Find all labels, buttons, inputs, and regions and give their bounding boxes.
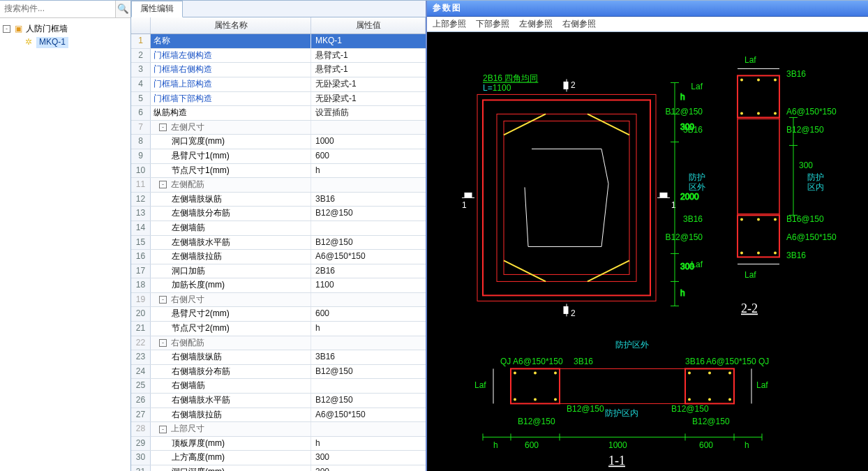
row-value[interactable]: 3B16 xyxy=(311,350,426,364)
grid-row[interactable]: 4门框墙上部构造无卧梁式-1 xyxy=(131,77,426,92)
row-value[interactable]: A6@150*150 xyxy=(311,250,426,264)
diagram-tab[interactable]: 上部参照 xyxy=(433,19,466,30)
svg-rect-34 xyxy=(738,76,779,118)
grid-row[interactable]: 18加筋长度(mm)1100 xyxy=(131,278,426,293)
collapse-icon[interactable]: - xyxy=(159,296,167,304)
grid-row[interactable]: 16左侧墙肢拉筋A6@150*150 xyxy=(131,250,426,264)
grid-row[interactable]: 2门框墙左侧构造悬臂式-1 xyxy=(131,49,426,63)
grid-row[interactable]: 24右侧墙肢分布筋B12@150 xyxy=(131,365,426,380)
svg-point-46 xyxy=(774,112,777,115)
svg-point-84 xyxy=(514,372,516,375)
row-value[interactable]: 设置插筋 xyxy=(311,106,426,120)
grid-row[interactable]: 15左侧墙肢水平筋B12@150 xyxy=(131,236,426,251)
grid-row[interactable]: 11-左侧配筋 xyxy=(131,178,426,193)
row-name: 洞口深度(mm) xyxy=(172,467,225,471)
row-number: 17 xyxy=(131,264,151,278)
row-value[interactable]: B12@150 xyxy=(311,236,426,250)
grid-row[interactable]: 30上方高度(mm)300 xyxy=(131,451,426,465)
row-value[interactable]: 无卧梁式-1 xyxy=(311,92,426,106)
row-name-cell: 悬臂尺寸1(mm) xyxy=(151,149,311,163)
grid-row[interactable]: 27右侧墙肢拉筋A6@150*150 xyxy=(131,408,426,423)
diagram-canvas[interactable]: 1 1 2 2 2B16 四角均同 L=1100 h 300 2000 xyxy=(427,32,868,471)
diagram-tab[interactable]: 下部参照 xyxy=(476,19,509,30)
row-value[interactable]: MKQ-1 xyxy=(311,34,426,48)
grid-row[interactable]: 13左侧墙肢分布筋B12@150 xyxy=(131,207,426,221)
grid-row[interactable]: 7-左侧尺寸 xyxy=(131,121,426,135)
row-name[interactable]: 门框墙上部构造 xyxy=(154,79,212,90)
svg-text:Laf: Laf xyxy=(474,381,486,391)
svg-text:Laf: Laf xyxy=(691,82,703,92)
row-value[interactable] xyxy=(311,178,426,192)
row-value[interactable]: h xyxy=(311,322,426,336)
grid-row[interactable]: 28-上部尺寸 xyxy=(131,422,426,437)
collapse-icon[interactable]: - xyxy=(3,25,10,33)
grid-row[interactable]: 1名称MKQ-1 xyxy=(131,34,426,49)
search-button[interactable]: 🔍 xyxy=(115,1,130,17)
row-name[interactable]: 门框墙下部构造 xyxy=(154,94,212,105)
grid-body[interactable]: 1名称MKQ-12门框墙左侧构造悬臂式-13门框墙右侧构造悬臂式-14门框墙上部… xyxy=(131,34,426,471)
row-name-cell: 洞口深度(mm) xyxy=(151,465,311,471)
row-value[interactable]: h xyxy=(311,437,426,451)
row-value[interactable] xyxy=(311,422,426,436)
grid-row[interactable]: 10节点尺寸1(mm)h xyxy=(131,164,426,179)
row-value[interactable]: 600 xyxy=(311,149,426,163)
row-number: 26 xyxy=(131,394,151,408)
svg-line-6 xyxy=(504,261,546,282)
grid-row[interactable]: 5门框墙下部构造无卧梁式-1 xyxy=(131,92,426,107)
tab-property-edit[interactable]: 属性编辑 xyxy=(131,1,183,17)
search-input[interactable] xyxy=(0,1,115,17)
row-value[interactable] xyxy=(311,221,426,235)
grid-row[interactable]: 21节点尺寸2(mm)h xyxy=(131,322,426,336)
row-value[interactable]: B12@150 xyxy=(311,394,426,408)
row-value[interactable] xyxy=(311,121,426,135)
grid-row[interactable]: 12左侧墙肢纵筋3B16 xyxy=(131,193,426,207)
row-value[interactable]: 无卧梁式-1 xyxy=(311,77,426,91)
row-name[interactable]: 门框墙右侧构造 xyxy=(154,64,212,75)
diagram-tab[interactable]: 左侧参照 xyxy=(519,19,553,30)
svg-point-85 xyxy=(534,372,537,375)
grid-row[interactable]: 31洞口深度(mm)300 xyxy=(131,465,426,471)
grid-row[interactable]: 14左侧墙筋 xyxy=(131,221,426,236)
row-number: 8 xyxy=(131,135,151,149)
collapse-icon[interactable]: - xyxy=(159,124,167,131)
grid-row[interactable]: 8洞口宽度(mm)1000 xyxy=(131,135,426,149)
row-value[interactable] xyxy=(311,336,426,350)
grid-row[interactable]: 22-右侧配筋 xyxy=(131,336,426,351)
row-value[interactable]: 1000 xyxy=(311,135,426,149)
grid-row[interactable]: 26右侧墙肢水平筋B12@150 xyxy=(131,394,426,408)
row-name: 顶板厚度(mm) xyxy=(172,438,225,449)
tree-root-row[interactable]: - ▣ 人防门框墙 xyxy=(3,22,128,36)
row-value[interactable]: 600 xyxy=(311,307,426,321)
row-value[interactable]: 2B16 xyxy=(311,264,426,278)
collapse-icon[interactable]: - xyxy=(159,339,167,347)
row-value[interactable]: 悬臂式-1 xyxy=(311,49,426,63)
grid-row[interactable]: 3门框墙右侧构造悬臂式-1 xyxy=(131,63,426,77)
row-value[interactable]: B12@150 xyxy=(311,365,426,379)
collapse-icon[interactable]: - xyxy=(159,181,167,188)
row-name[interactable]: 门框墙左侧构造 xyxy=(154,50,212,61)
diagram-tab[interactable]: 右侧参照 xyxy=(562,19,596,30)
grid-row[interactable]: 29顶板厚度(mm)h xyxy=(131,437,426,451)
row-value[interactable]: 300 xyxy=(311,451,426,465)
grid-row[interactable]: 25右侧墙筋 xyxy=(131,379,426,394)
tree-child-row[interactable]: ✲ MKQ-1 xyxy=(24,36,128,50)
grid-row[interactable]: 19-右侧尺寸 xyxy=(131,293,426,308)
svg-text:B12@150: B12@150 xyxy=(518,417,555,427)
row-value[interactable]: 300 xyxy=(311,465,426,471)
svg-text:B12@150: B12@150 xyxy=(786,126,824,135)
row-value[interactable] xyxy=(311,293,426,307)
row-value[interactable]: 悬臂式-1 xyxy=(311,63,426,77)
grid-row[interactable]: 23右侧墙肢纵筋3B16 xyxy=(131,350,426,365)
grid-row[interactable]: 20悬臂尺寸2(mm)600 xyxy=(131,307,426,322)
header-value: 属性值 xyxy=(311,17,426,34)
collapse-icon[interactable]: - xyxy=(159,426,167,433)
row-value[interactable]: A6@150*150 xyxy=(311,408,426,422)
grid-row[interactable]: 17洞口加筋2B16 xyxy=(131,264,426,279)
grid-row[interactable]: 9悬臂尺寸1(mm)600 xyxy=(131,149,426,164)
row-value[interactable] xyxy=(311,379,426,393)
row-value[interactable]: h xyxy=(311,164,426,178)
row-value[interactable]: 3B16 xyxy=(311,193,426,207)
row-value[interactable]: B12@150 xyxy=(311,207,426,220)
grid-row[interactable]: 6纵筋构造设置插筋 xyxy=(131,106,426,121)
row-value[interactable]: 1100 xyxy=(311,278,426,292)
